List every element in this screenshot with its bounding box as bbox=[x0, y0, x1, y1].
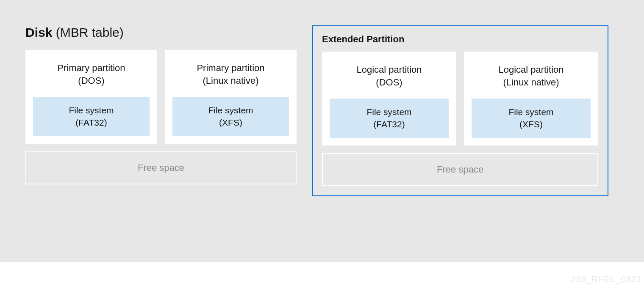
columns-wrapper: Primary partition (DOS) File system (FAT… bbox=[25, 50, 627, 196]
filesystem-label: File system (XFS) bbox=[476, 106, 586, 130]
filesystem-box: File system (FAT32) bbox=[330, 99, 449, 138]
partition-label: Logical partition (DOS) bbox=[330, 63, 449, 88]
filesystem-label: File system (FAT32) bbox=[37, 104, 145, 129]
partition-label: Primary partition (Linux native) bbox=[172, 62, 289, 87]
diagram-canvas: Disk (MBR table) Primary partition (DOS)… bbox=[0, 0, 644, 262]
disk-title-rest: (MBR table) bbox=[52, 25, 123, 39]
logical-partition-card: Logical partition (DOS) File system (FAT… bbox=[322, 52, 456, 146]
primary-partition-group: Primary partition (DOS) File system (FAT… bbox=[25, 50, 297, 196]
primary-partition-card: Primary partition (Linux native) File sy… bbox=[165, 50, 297, 144]
filesystem-box: File system (XFS) bbox=[172, 97, 289, 136]
filesystem-box: File system (FAT32) bbox=[33, 97, 150, 136]
primary-partition-card: Primary partition (DOS) File system (FAT… bbox=[25, 50, 157, 144]
free-space-box: Free space bbox=[25, 151, 297, 184]
logical-partition-row: Logical partition (DOS) File system (FAT… bbox=[322, 52, 598, 146]
partition-label: Primary partition (DOS) bbox=[33, 62, 150, 87]
filesystem-label: File system (FAT32) bbox=[334, 106, 444, 130]
disk-title-bold: Disk bbox=[25, 25, 52, 39]
filesystem-box: File system (XFS) bbox=[472, 99, 591, 138]
extended-partition-group: Extended Partition Logical partition (DO… bbox=[312, 25, 608, 196]
free-space-box: Free space bbox=[322, 153, 598, 186]
extended-partition-heading: Extended Partition bbox=[322, 34, 598, 45]
filesystem-label: File system (XFS) bbox=[177, 104, 285, 129]
primary-partition-row: Primary partition (DOS) File system (FAT… bbox=[25, 50, 297, 144]
logical-partition-card: Logical partition (Linux native) File sy… bbox=[464, 52, 598, 146]
partition-label: Logical partition (Linux native) bbox=[472, 63, 591, 88]
watermark-text: 269_RHEL_0822 bbox=[571, 275, 641, 284]
